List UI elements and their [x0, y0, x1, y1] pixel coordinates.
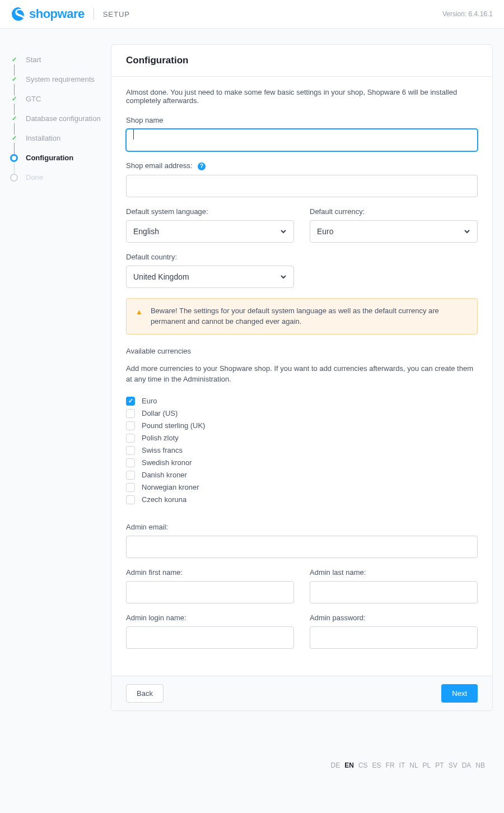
step-icon [10, 95, 18, 103]
checkbox[interactable] [126, 471, 135, 480]
admin-password-input[interactable] [310, 626, 478, 649]
currency-option[interactable]: Dollar (US) [126, 407, 478, 420]
step-icon [10, 154, 18, 162]
checkbox[interactable] [126, 495, 135, 504]
admin-last-name-input[interactable] [310, 581, 478, 603]
step-done: Done [10, 168, 111, 187]
step-icon [10, 56, 18, 64]
checkbox[interactable] [126, 397, 135, 406]
card-header: Configuration [111, 45, 492, 77]
step-icon [10, 134, 18, 142]
currency-select[interactable]: Euro [310, 220, 478, 243]
language-footer: DEENCSESFRITNLPLPTSVDANB [0, 728, 504, 781]
language-option-fr[interactable]: FR [386, 761, 395, 769]
language-option-pl[interactable]: PL [423, 761, 431, 769]
available-currencies-title: Available currencies [126, 347, 478, 355]
checkbox[interactable] [126, 483, 135, 492]
step-icon [10, 174, 18, 182]
country-value: United Kingdom [133, 272, 189, 281]
currency-label: Danish kroner [142, 471, 187, 479]
currency-label: Swiss francs [142, 446, 183, 454]
currency-option[interactable]: Polish zloty [126, 432, 478, 444]
shop-name-label: Shop name [126, 116, 478, 124]
page-title: Configuration [126, 55, 478, 66]
configuration-card: Configuration Almost done. You just need… [111, 44, 493, 711]
setup-steps-sidebar: StartSystem requirementsGTCDatabase conf… [0, 44, 111, 711]
admin-first-name-label: Admin first name: [126, 568, 294, 577]
step-label: Installation [26, 134, 60, 142]
language-option-cs[interactable]: CS [358, 761, 368, 769]
currency-option[interactable]: Swedish kronor [126, 457, 478, 469]
step-database-configuration: Database configuration [10, 109, 111, 128]
system-language-value: English [133, 227, 159, 236]
language-option-nb[interactable]: NB [475, 761, 485, 769]
shop-name-input[interactable] [126, 129, 478, 151]
shop-email-label-text: Shop email address: [126, 161, 193, 170]
brand-logo: shopware [11, 7, 85, 21]
language-option-nl[interactable]: NL [409, 761, 418, 769]
currency-option[interactable]: Euro [126, 395, 478, 407]
chevron-down-icon [464, 228, 470, 235]
shop-email-label: Shop email address: ? [126, 161, 478, 170]
currency-label: Norwegian kroner [142, 483, 199, 491]
brand-text: shopware [29, 7, 85, 21]
currency-option[interactable]: Swiss francs [126, 444, 478, 457]
step-start: Start [10, 50, 111, 69]
step-installation: Installation [10, 128, 111, 148]
admin-password-label: Admin password: [310, 614, 478, 622]
app-header: shopware SETUP Version: 6.4.16.1 [0, 0, 504, 29]
checkbox[interactable] [126, 446, 135, 455]
warning-alert: ▲ Beware! The settings for your default … [126, 298, 478, 335]
currency-option[interactable]: Danish kroner [126, 469, 478, 481]
country-select[interactable]: United Kingdom [126, 266, 294, 288]
next-button[interactable]: Next [441, 684, 478, 703]
admin-login-input[interactable] [126, 626, 294, 649]
currency-option[interactable]: Norwegian kroner [126, 481, 478, 494]
admin-email-label: Admin email: [126, 523, 478, 531]
checkbox[interactable] [126, 409, 135, 418]
admin-last-name-label: Admin last name: [310, 568, 478, 577]
step-label: Done [26, 173, 43, 182]
back-button[interactable]: Back [126, 684, 164, 703]
currency-label: Default currency: [310, 207, 478, 216]
language-option-it[interactable]: IT [399, 761, 405, 769]
header-setup-label: SETUP [103, 10, 130, 18]
step-icon [10, 76, 18, 83]
currency-label: Polish zloty [142, 434, 179, 442]
admin-first-name-input[interactable] [126, 581, 294, 603]
step-gtc: GTC [10, 89, 111, 109]
shop-email-input[interactable] [126, 175, 478, 197]
admin-login-label: Admin login name: [126, 614, 294, 622]
chevron-down-icon [280, 228, 287, 235]
chevron-down-icon [280, 273, 287, 280]
language-option-de[interactable]: DE [331, 761, 340, 769]
currency-option[interactable]: Czech koruna [126, 494, 478, 506]
card-footer: Back Next [111, 676, 492, 710]
system-language-label: Default system language: [126, 207, 294, 216]
help-icon[interactable]: ? [198, 162, 206, 170]
header-divider [94, 8, 94, 20]
language-option-sv[interactable]: SV [449, 761, 458, 769]
step-label: Database configuration [26, 114, 101, 123]
currency-label: Swedish kronor [142, 458, 192, 467]
language-option-pt[interactable]: PT [435, 761, 444, 769]
language-option-es[interactable]: ES [372, 761, 381, 769]
checkbox[interactable] [126, 434, 135, 443]
currency-label: Euro [142, 397, 157, 405]
step-system-requirements: System requirements [10, 69, 111, 89]
currency-label: Pound sterling (UK) [142, 421, 205, 430]
checkbox[interactable] [126, 421, 135, 430]
admin-email-input[interactable] [126, 536, 478, 558]
language-option-en[interactable]: EN [344, 761, 354, 769]
checkbox[interactable] [126, 458, 135, 467]
version-label: Version: 6.4.16.1 [442, 10, 493, 18]
step-icon [10, 115, 18, 123]
system-language-select[interactable]: English [126, 220, 294, 243]
language-option-da[interactable]: DA [462, 761, 472, 769]
step-label: System requirements [26, 75, 95, 83]
country-label: Default country: [126, 253, 294, 261]
currency-option[interactable]: Pound sterling (UK) [126, 420, 478, 432]
warning-icon: ▲ [136, 306, 143, 327]
step-label: Configuration [26, 154, 73, 162]
intro-text: Almost done. You just need to make some … [126, 88, 478, 105]
